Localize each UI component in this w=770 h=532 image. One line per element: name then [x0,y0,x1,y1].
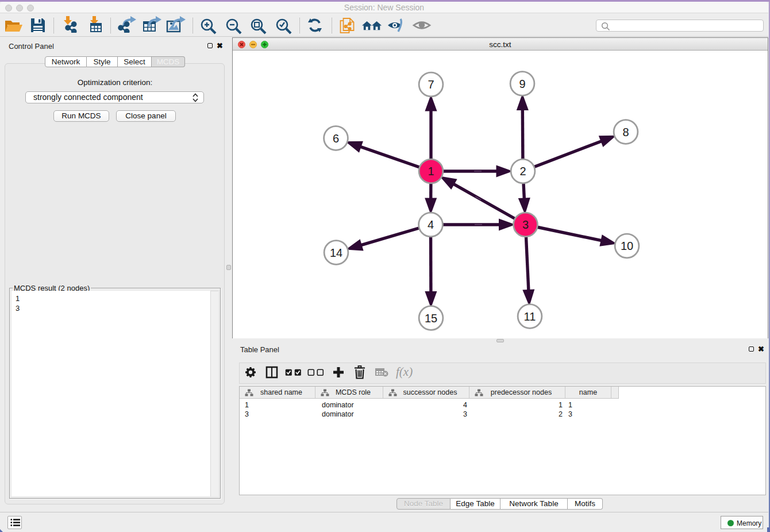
svg-text:11: 11 [524,310,536,323]
svg-text:6: 6 [333,132,339,145]
svg-text:8: 8 [622,126,629,138]
svg-text:2: 2 [519,165,526,178]
svg-text:10: 10 [621,240,633,252]
svg-text:15: 15 [425,312,437,325]
svg-text:3: 3 [522,218,529,231]
svg-text:9: 9 [519,78,525,90]
svg-text:1: 1 [428,165,434,178]
svg-text:7: 7 [428,78,434,91]
svg-text:4: 4 [428,218,434,231]
svg-text:14: 14 [330,246,342,259]
